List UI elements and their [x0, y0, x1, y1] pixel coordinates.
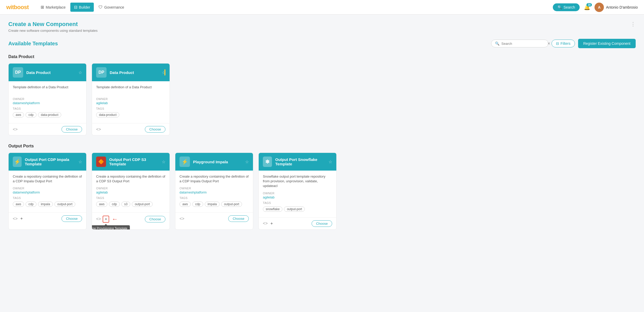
star-icon-1[interactable]: ☆ [78, 70, 82, 75]
card-footer-playground: <> Choose [175, 213, 253, 224]
card-header-left-s3: 🔶 Output Port CDP S3 Template [96, 157, 162, 167]
owner-value-snowflake: agilelab [263, 195, 332, 199]
clear-search-icon[interactable]: ✕ [547, 41, 550, 46]
avatar: A [595, 3, 604, 12]
card-title-1: Data Product [26, 70, 51, 75]
card-tags-meta-snowflake: TAGS snowflake output-port [263, 201, 332, 212]
search-button[interactable]: 🔍 Search [553, 3, 580, 11]
card-title-s3: Output Port CDP S3 Template [109, 157, 162, 166]
search-label: Search [564, 5, 575, 9]
reverse-provisioning-wrapper: ✦ Reverse Provisioning Template [103, 216, 109, 223]
register-existing-button[interactable]: Register Existing Component [578, 39, 636, 48]
code-icon-snowflake[interactable]: <> [263, 221, 268, 226]
owner-value-impala: datameshplatform [13, 190, 82, 194]
code-icon-playground[interactable]: <> [179, 216, 184, 221]
code-icon-s3[interactable]: <> [96, 217, 101, 221]
arrow-indicator: ← [112, 215, 118, 223]
card-body-2: Template definition of a Data Product OW… [92, 81, 170, 123]
user-name: Antonio D'ambrosio [606, 5, 638, 9]
card-header-left-snowflake: ❄ Output Port Snowflake Template [263, 157, 329, 167]
choose-button-2[interactable]: Choose [145, 126, 165, 133]
card-footer-s3: <> ✦ Reverse Provisioning Template ← Cho… [92, 213, 170, 225]
card-tags-meta-1: TAGS aws cdp data-product [13, 107, 82, 117]
search-icon: 🔍 [558, 5, 562, 9]
star-icon-impala[interactable]: ☆ [78, 159, 82, 164]
page-subtitle: Create new software components using sta… [8, 29, 636, 33]
nav-item-marketplace[interactable]: ⊞ Marketplace [37, 3, 69, 12]
tag-output-port-s3: output-port [132, 202, 153, 207]
builder-icon: ⊟ [74, 5, 77, 10]
card-tags-meta-impala: TAGS aws cdp impala output-port [13, 196, 82, 207]
card-footer-impala: <> ✦ Choose [9, 213, 86, 224]
card-header-snowflake: ❄ Output Port Snowflake Template ☆ [259, 153, 336, 171]
nav-item-builder[interactable]: ⊟ Builder [70, 3, 94, 12]
code-icon-2[interactable]: <> [96, 127, 101, 132]
tags-label-impala: TAGS [13, 196, 82, 199]
toolbar-right: 🔍 ✕ ⊟ Filters Register Existing Componen… [491, 39, 636, 48]
output-ports-cards: ⚡ Output Port CDP Impala Template ☆ Crea… [8, 153, 636, 230]
choose-button-snowflake[interactable]: Choose [312, 220, 332, 227]
tag-cdp-s3: cdp [109, 202, 120, 207]
card-owner-playground: OWNER datameshplatform [179, 187, 249, 194]
tags-row-impala: aws cdp impala output-port [13, 202, 82, 207]
notifications-button[interactable]: 🔔 16 [584, 4, 590, 10]
search-input[interactable] [501, 42, 545, 46]
card-owner-1: OWNER datameshplatform [13, 97, 82, 105]
notifications-badge: 16 [586, 3, 592, 7]
nav-item-governance[interactable]: 🛡 Governance [95, 3, 128, 12]
section-data-product: Data Product DP Data Product ☆ Template … [8, 54, 636, 135]
card-icon-s3: 🔶 [96, 157, 106, 167]
tag-s3: s3 [121, 202, 131, 207]
tags-label-1: TAGS [13, 107, 82, 110]
section-title-data-product: Data Product [8, 54, 636, 59]
owner-label-snowflake: OWNER [263, 192, 332, 195]
tags-row-2: data-product [96, 112, 165, 117]
star-icon-playground[interactable]: ☆ [245, 159, 249, 164]
owner-value-playground: datameshplatform [179, 190, 249, 194]
tag-output-port-impala: output-port [54, 202, 75, 207]
magic-wand-icon-s3[interactable]: ✦ [104, 217, 108, 221]
tag-aws-playground: aws [179, 202, 191, 207]
choose-button-s3[interactable]: Choose [145, 216, 165, 222]
choose-button-impala[interactable]: Choose [61, 215, 82, 222]
more-options-icon[interactable]: ⋮ [630, 21, 636, 27]
owner-label-playground: OWNER [179, 187, 249, 190]
tags-label-playground: TAGS [179, 196, 249, 199]
card-desc-impala: Create a repository containing the defin… [13, 174, 82, 184]
card-body-s3: Create a repository containing the defin… [92, 171, 170, 213]
card-footer-snowflake: <> ✦ Choose [259, 217, 336, 229]
card-owner-s3: OWNER agilelab [96, 187, 165, 194]
card-body-1: Template definition of a Data Product OW… [9, 81, 86, 123]
wand-icon-snowflake[interactable]: ✦ [270, 221, 273, 226]
card-owner-impala: OWNER datameshplatform [13, 187, 82, 194]
user-area[interactable]: A Antonio D'ambrosio [595, 3, 638, 12]
card-header-2: DP Data Product ☆ [92, 64, 170, 81]
code-icon-1[interactable]: <> [13, 127, 18, 132]
card-tags-meta-2: TAGS data-product [96, 107, 165, 117]
card-data-product-1: DP Data Product ☆ Template definition of… [8, 63, 86, 135]
owner-value-s3: agilelab [96, 190, 165, 194]
card-footer-1: <> Choose [9, 123, 86, 135]
filters-button[interactable]: ⊟ Filters [552, 40, 575, 47]
star-icon-s3[interactable]: ☆ [162, 159, 165, 164]
code-icon-impala[interactable]: <> [13, 216, 18, 221]
wand-icon-impala[interactable]: ✦ [20, 216, 23, 221]
tag-aws-1: aws [13, 112, 24, 117]
owner-label-s3: OWNER [96, 187, 165, 190]
card-owner-snowflake: OWNER agilelab [263, 192, 332, 199]
card-header-s3: 🔶 Output Port CDP S3 Template ☆ [92, 153, 170, 171]
tags-row-snowflake: snowflake output-port [263, 207, 332, 212]
search-box-icon: 🔍 [495, 41, 499, 46]
star-icon-snowflake[interactable]: ☆ [329, 159, 332, 164]
choose-button-playground[interactable]: Choose [228, 215, 249, 222]
owner-value-2: agilelab [96, 101, 165, 105]
tag-cdp-playground: cdp [192, 202, 203, 207]
choose-button-1[interactable]: Choose [61, 126, 82, 133]
card-header-left-impala: ⚡ Output Port CDP Impala Template [13, 157, 78, 167]
tag-data-product-1: data-product [38, 112, 61, 117]
logo: witboost [6, 4, 29, 11]
card-desc-2: Template definition of a Data Product [96, 85, 165, 94]
card-impala: ⚡ Output Port CDP Impala Template ☆ Crea… [8, 153, 86, 230]
footer-icons-1: <> [13, 127, 18, 132]
tag-cdp-impala: cdp [26, 202, 36, 207]
